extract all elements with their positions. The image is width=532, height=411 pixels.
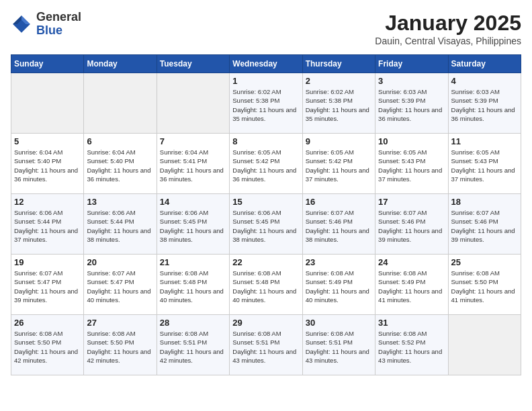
day-number: 15 <box>232 197 299 207</box>
calendar-cell: 15Sunrise: 6:06 AMSunset: 5:45 PMDayligh… <box>230 194 302 255</box>
calendar-cell: 1Sunrise: 6:02 AMSunset: 5:38 PMDaylight… <box>230 73 302 134</box>
calendar-cell: 31Sunrise: 6:08 AMSunset: 5:52 PMDayligh… <box>375 315 448 375</box>
calendar-cell: 26Sunrise: 6:08 AMSunset: 5:50 PMDayligh… <box>11 315 84 375</box>
calendar-cell: 13Sunrise: 6:06 AMSunset: 5:44 PMDayligh… <box>84 194 157 255</box>
logo-icon <box>11 13 32 35</box>
calendar-cell: 27Sunrise: 6:08 AMSunset: 5:50 PMDayligh… <box>84 315 157 375</box>
day-number: 14 <box>160 197 226 207</box>
calendar-cell: 11Sunrise: 6:05 AMSunset: 5:43 PMDayligh… <box>448 134 521 194</box>
day-number: 1 <box>232 76 299 86</box>
day-info: Sunrise: 6:03 AMSunset: 5:39 PMDaylight:… <box>378 87 445 123</box>
day-number: 10 <box>378 136 445 146</box>
calendar-cell: 8Sunrise: 6:05 AMSunset: 5:42 PMDaylight… <box>230 134 302 194</box>
month-title: January 2025 <box>375 11 521 36</box>
calendar-cell: 7Sunrise: 6:04 AMSunset: 5:41 PMDaylight… <box>157 134 229 194</box>
calendar-cell: 29Sunrise: 6:08 AMSunset: 5:51 PMDayligh… <box>230 315 302 375</box>
day-number: 20 <box>87 257 153 267</box>
weekday-header: Saturday <box>448 55 521 73</box>
calendar-cell: 28Sunrise: 6:08 AMSunset: 5:51 PMDayligh… <box>157 315 229 375</box>
day-info: Sunrise: 6:03 AMSunset: 5:39 PMDaylight:… <box>451 87 518 123</box>
calendar-cell: 17Sunrise: 6:07 AMSunset: 5:46 PMDayligh… <box>375 194 448 255</box>
calendar-cell: 21Sunrise: 6:08 AMSunset: 5:48 PMDayligh… <box>157 255 229 315</box>
day-number: 11 <box>451 136 518 146</box>
weekday-header: Tuesday <box>157 55 229 73</box>
day-info: Sunrise: 6:07 AMSunset: 5:46 PMDaylight:… <box>451 208 518 244</box>
title-block: January 2025 Dauin, Central Visayas, Phi… <box>375 11 521 46</box>
day-info: Sunrise: 6:08 AMSunset: 5:48 PMDaylight:… <box>160 269 226 304</box>
day-info: Sunrise: 6:07 AMSunset: 5:46 PMDaylight:… <box>306 208 372 244</box>
day-info: Sunrise: 6:07 AMSunset: 5:47 PMDaylight:… <box>14 269 81 304</box>
day-number: 6 <box>87 136 153 146</box>
day-number: 18 <box>451 197 518 207</box>
day-info: Sunrise: 6:05 AMSunset: 5:42 PMDaylight:… <box>306 148 372 183</box>
day-info: Sunrise: 6:02 AMSunset: 5:38 PMDaylight:… <box>306 87 372 123</box>
day-number: 19 <box>14 257 81 267</box>
day-number: 22 <box>232 257 299 267</box>
day-number: 9 <box>306 136 372 146</box>
day-number: 25 <box>451 257 518 267</box>
day-number: 8 <box>232 136 299 146</box>
weekday-header: Monday <box>84 55 157 73</box>
day-info: Sunrise: 6:05 AMSunset: 5:42 PMDaylight:… <box>232 148 299 183</box>
day-info: Sunrise: 6:04 AMSunset: 5:41 PMDaylight:… <box>160 148 226 183</box>
day-info: Sunrise: 6:06 AMSunset: 5:45 PMDaylight:… <box>160 208 226 244</box>
day-number: 31 <box>378 318 445 328</box>
day-number: 27 <box>87 318 153 328</box>
day-info: Sunrise: 6:08 AMSunset: 5:52 PMDaylight:… <box>378 329 445 365</box>
day-info: Sunrise: 6:05 AMSunset: 5:43 PMDaylight:… <box>378 148 445 183</box>
day-number: 7 <box>160 136 226 146</box>
calendar-cell: 22Sunrise: 6:08 AMSunset: 5:48 PMDayligh… <box>230 255 302 315</box>
calendar-cell: 2Sunrise: 6:02 AMSunset: 5:38 PMDaylight… <box>302 73 375 134</box>
calendar-cell <box>448 315 521 375</box>
location: Dauin, Central Visayas, Philippines <box>375 36 521 46</box>
calendar-cell: 9Sunrise: 6:05 AMSunset: 5:42 PMDaylight… <box>302 134 375 194</box>
day-info: Sunrise: 6:08 AMSunset: 5:49 PMDaylight:… <box>306 269 372 304</box>
logo-text: General Blue <box>36 11 81 38</box>
calendar-cell: 6Sunrise: 6:04 AMSunset: 5:40 PMDaylight… <box>84 134 157 194</box>
logo: General Blue <box>11 11 81 38</box>
day-info: Sunrise: 6:08 AMSunset: 5:48 PMDaylight:… <box>232 269 299 304</box>
calendar-cell <box>84 73 157 134</box>
calendar-cell: 12Sunrise: 6:06 AMSunset: 5:44 PMDayligh… <box>11 194 84 255</box>
calendar-cell: 30Sunrise: 6:08 AMSunset: 5:51 PMDayligh… <box>302 315 375 375</box>
calendar-cell <box>157 73 229 134</box>
day-number: 26 <box>14 318 81 328</box>
calendar-cell: 3Sunrise: 6:03 AMSunset: 5:39 PMDaylight… <box>375 73 448 134</box>
calendar-cell: 5Sunrise: 6:04 AMSunset: 5:40 PMDaylight… <box>11 134 84 194</box>
day-info: Sunrise: 6:08 AMSunset: 5:49 PMDaylight:… <box>378 269 445 304</box>
day-number: 30 <box>306 318 372 328</box>
day-number: 17 <box>378 197 445 207</box>
calendar-cell: 4Sunrise: 6:03 AMSunset: 5:39 PMDaylight… <box>448 73 521 134</box>
day-info: Sunrise: 6:08 AMSunset: 5:51 PMDaylight:… <box>306 329 372 365</box>
calendar-cell: 10Sunrise: 6:05 AMSunset: 5:43 PMDayligh… <box>375 134 448 194</box>
day-info: Sunrise: 6:06 AMSunset: 5:44 PMDaylight:… <box>87 208 153 244</box>
day-number: 13 <box>87 197 153 207</box>
day-info: Sunrise: 6:08 AMSunset: 5:50 PMDaylight:… <box>14 329 81 365</box>
day-info: Sunrise: 6:02 AMSunset: 5:38 PMDaylight:… <box>232 87 299 123</box>
page-header: General Blue January 2025 Dauin, Central… <box>11 11 521 46</box>
day-number: 28 <box>160 318 226 328</box>
day-number: 23 <box>306 257 372 267</box>
calendar-cell: 23Sunrise: 6:08 AMSunset: 5:49 PMDayligh… <box>302 255 375 315</box>
calendar-cell: 14Sunrise: 6:06 AMSunset: 5:45 PMDayligh… <box>157 194 229 255</box>
day-number: 3 <box>378 76 445 86</box>
day-info: Sunrise: 6:06 AMSunset: 5:44 PMDaylight:… <box>14 208 81 244</box>
day-info: Sunrise: 6:08 AMSunset: 5:50 PMDaylight:… <box>87 329 153 365</box>
calendar-table: SundayMondayTuesdayWednesdayThursdayFrid… <box>11 54 521 375</box>
day-number: 16 <box>306 197 372 207</box>
calendar-cell: 19Sunrise: 6:07 AMSunset: 5:47 PMDayligh… <box>11 255 84 315</box>
day-number: 12 <box>14 197 81 207</box>
day-number: 21 <box>160 257 226 267</box>
calendar-cell <box>11 73 84 134</box>
day-info: Sunrise: 6:04 AMSunset: 5:40 PMDaylight:… <box>87 148 153 183</box>
day-number: 4 <box>451 76 518 86</box>
day-info: Sunrise: 6:08 AMSunset: 5:50 PMDaylight:… <box>451 269 518 304</box>
day-number: 24 <box>378 257 445 267</box>
day-number: 5 <box>14 136 81 146</box>
day-info: Sunrise: 6:07 AMSunset: 5:46 PMDaylight:… <box>378 208 445 244</box>
weekday-header: Sunday <box>11 55 84 73</box>
weekday-header: Thursday <box>302 55 375 73</box>
calendar-cell: 20Sunrise: 6:07 AMSunset: 5:47 PMDayligh… <box>84 255 157 315</box>
day-info: Sunrise: 6:08 AMSunset: 5:51 PMDaylight:… <box>160 329 226 365</box>
day-info: Sunrise: 6:07 AMSunset: 5:47 PMDaylight:… <box>87 269 153 304</box>
